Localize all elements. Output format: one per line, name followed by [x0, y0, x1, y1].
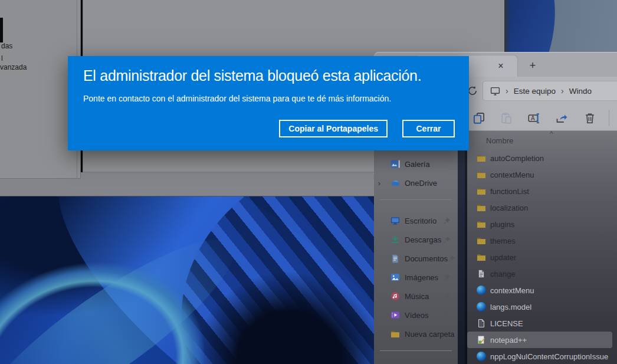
file-row[interactable]: contextMenu — [467, 166, 617, 183]
breadcrumb-segment[interactable]: Este equipo — [514, 87, 556, 96]
blocked-app-dialog: El administrador del sistema bloqueó est… — [68, 56, 469, 150]
sidebar-item-label: Vídeos — [405, 311, 443, 320]
file-name: functionList — [490, 187, 529, 196]
file-row[interactable]: contextMenu — [467, 282, 617, 299]
edge-icon — [477, 286, 486, 295]
close-button[interactable]: Cerrar — [402, 120, 455, 137]
folder-icon — [477, 252, 486, 262]
folder-icon — [477, 236, 486, 245]
desktop-wallpaper-fragment — [504, 0, 617, 52]
file-row[interactable]: nppLogNulContentCorruptionIssue — [467, 348, 617, 364]
file-row[interactable]: localization — [467, 199, 617, 216]
desktop-icon — [390, 216, 400, 225]
clipped-label: vanzada — [0, 63, 27, 71]
sidebar-item-onedrive[interactable]: ›OneDrive — [374, 173, 458, 192]
pictures-icon — [390, 273, 400, 282]
videos-icon — [390, 310, 400, 320]
sidebar-item-nueva-carpeta[interactable]: Nueva carpeta — [374, 324, 458, 343]
sidebar-item-label: Galería — [405, 160, 458, 169]
file-row[interactable]: notepad++ — [467, 332, 612, 348]
file-name: autoCompletion — [490, 154, 544, 163]
column-header-name[interactable]: Nombre — [486, 136, 513, 145]
rename-icon[interactable]: A — [528, 112, 540, 124]
file-name: LICENSE — [490, 319, 523, 328]
svg-text:A: A — [531, 115, 535, 122]
copy-icon[interactable] — [473, 112, 485, 124]
column-header-row: Nombre ^ — [467, 131, 617, 150]
tab-close-icon[interactable]: × — [495, 60, 507, 72]
folder-icon — [390, 329, 400, 339]
sidebar-separator — [380, 350, 452, 351]
sidebar-item-vídeos[interactable]: Vídeos — [374, 306, 458, 324]
file-name: change — [490, 270, 516, 278]
sidebar-item-label: OneDrive — [405, 179, 458, 188]
doc-lines-icon — [477, 269, 486, 278]
edge-icon — [477, 302, 486, 311]
sort-ascending-icon: ^ — [550, 131, 553, 138]
folder-icon — [477, 186, 486, 196]
file-name: localization — [490, 204, 528, 212]
file-row[interactable]: langs.model — [467, 299, 617, 315]
doc-plain-icon — [477, 319, 486, 328]
dialog-message: Ponte en contacto con el administrador d… — [83, 94, 391, 103]
file-name: langs.model — [490, 303, 531, 311]
breadcrumb-segment[interactable]: Windo — [569, 87, 592, 96]
sidebar-item-imágenes[interactable]: Imágenes — [374, 268, 458, 287]
explorer-toolbar: A — [467, 105, 617, 131]
file-row[interactable]: change — [467, 265, 617, 282]
explorer-address-bar: › Este equipo › Windo — [467, 77, 617, 105]
screen: das l vanzada × + Galería›OneDriveEscrit… — [0, 0, 617, 364]
share-icon[interactable] — [556, 112, 567, 124]
new-tab-button[interactable]: + — [526, 60, 539, 73]
file-row[interactable]: LICENSE — [467, 315, 617, 332]
sidebar-item-descargas[interactable]: Descargas — [374, 230, 458, 249]
file-pane: Nombre ^ autoCompletioncontextMenufuncti… — [467, 131, 617, 364]
music-icon — [390, 291, 400, 301]
file-name: contextMenu — [490, 170, 534, 179]
gallery-icon — [390, 159, 400, 169]
pin-icon — [448, 255, 455, 263]
pin-icon — [443, 236, 451, 244]
breadcrumb-separator-icon: › — [561, 86, 564, 96]
chevron-right-icon[interactable]: › — [374, 179, 385, 188]
onedrive-icon — [390, 178, 400, 188]
folder-icon — [477, 153, 486, 163]
pin-icon — [443, 293, 451, 300]
file-row[interactable]: plugins — [467, 216, 617, 232]
pin-icon — [443, 311, 451, 319]
address-breadcrumb[interactable]: › Este equipo › Windo — [483, 81, 617, 101]
file-list: autoCompletioncontextMenufunctionListloc… — [467, 150, 617, 364]
file-name: contextMenu — [490, 286, 534, 295]
copy-to-clipboard-button[interactable]: Copiar al Portapapeles — [279, 120, 388, 137]
clipped-label: l — [1, 54, 3, 63]
file-name: themes — [490, 237, 516, 245]
folder-icon — [477, 203, 486, 212]
file-name: updater — [490, 253, 516, 262]
window-icon-fragment — [0, 18, 3, 42]
sidebar-item-galería[interactable]: Galería — [374, 155, 458, 173]
file-row[interactable]: functionList — [467, 183, 617, 199]
dialog-title: El administrador del sistema bloqueó est… — [83, 67, 421, 84]
sidebar-item-label: Imágenes — [405, 273, 443, 282]
sidebar-item-label: Música — [405, 292, 443, 301]
sidebar-item-label: Nueva carpeta — [405, 330, 458, 339]
sidebar-item-música[interactable]: Música — [374, 287, 458, 306]
this-pc-icon — [490, 86, 500, 96]
folder-icon — [477, 219, 486, 229]
sidebar-item-escritorio[interactable]: Escritorio — [374, 211, 458, 230]
desktop-wallpaper — [0, 195, 374, 364]
notepadpp-icon — [477, 335, 486, 345]
file-name: plugins — [490, 220, 514, 229]
documents-icon — [390, 254, 400, 263]
file-row[interactable]: autoCompletion — [467, 150, 617, 166]
sidebar-item-documentos[interactable]: Documentos — [374, 249, 458, 268]
file-row[interactable]: updater — [467, 249, 617, 265]
paste-icon[interactable] — [500, 112, 512, 124]
clipped-label: das — [1, 42, 12, 50]
file-row[interactable]: themes — [467, 232, 617, 249]
window-shadow — [504, 0, 510, 52]
file-name: notepad++ — [490, 336, 527, 345]
sidebar-item-label: Documentos — [405, 254, 448, 263]
delete-icon[interactable] — [584, 112, 596, 124]
downloads-icon — [390, 235, 400, 244]
